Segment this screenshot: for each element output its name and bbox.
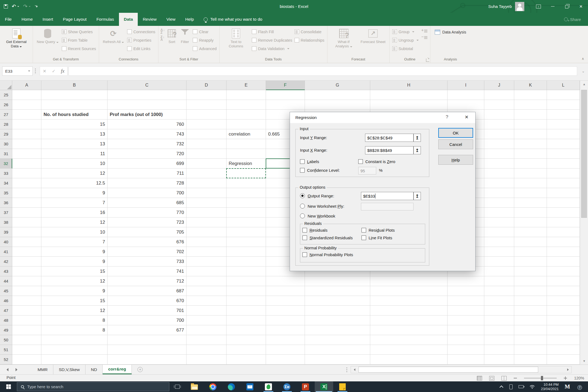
cell-D30[interactable] — [186, 139, 226, 149]
cell-D25[interactable] — [186, 90, 226, 100]
cell-G51[interactable] — [305, 345, 370, 355]
cell-B45[interactable]: 9 — [41, 286, 108, 296]
cell-E45[interactable] — [226, 286, 266, 296]
normal-view-icon[interactable] — [477, 376, 482, 381]
zoom-slider[interactable] — [524, 378, 557, 378]
cell-J30[interactable] — [484, 139, 514, 149]
row-header-42[interactable]: 42 — [0, 257, 12, 267]
cell-H45[interactable] — [370, 286, 448, 296]
cell-K34[interactable] — [514, 178, 547, 188]
outline-dialog-launcher[interactable] — [426, 59, 429, 62]
formula-input[interactable] — [69, 66, 577, 76]
cell-C40[interactable]: 676 — [108, 237, 186, 247]
cell-J45[interactable] — [484, 286, 514, 296]
cell-C44[interactable]: 712 — [108, 276, 186, 286]
cell-E47[interactable] — [226, 306, 266, 316]
cell-J40[interactable] — [484, 237, 514, 247]
tab-review[interactable]: Review — [138, 13, 161, 26]
cell-E40[interactable] — [226, 237, 266, 247]
cell-E29[interactable]: correlation — [226, 129, 266, 139]
cell-J50[interactable] — [484, 335, 514, 345]
column-header-J[interactable]: J — [484, 81, 514, 90]
cell-C36[interactable]: 685 — [108, 198, 186, 208]
cell-B26[interactable] — [41, 100, 108, 110]
minimize-button[interactable] — [546, 0, 560, 13]
cell-B48[interactable]: 8 — [41, 316, 108, 325]
cell-C30[interactable]: 732 — [108, 139, 186, 149]
cell-B41[interactable]: 9 — [41, 247, 108, 257]
cell-K32[interactable] — [514, 159, 547, 169]
cell-F46[interactable] — [266, 296, 305, 306]
cell-D28[interactable] — [186, 120, 226, 129]
cell-L49[interactable] — [547, 325, 580, 335]
cell-K45[interactable] — [514, 286, 547, 296]
cell-F50[interactable] — [266, 335, 305, 345]
cell-E32[interactable]: Regression — [226, 159, 266, 169]
cell-D44[interactable] — [186, 276, 226, 286]
cell-K40[interactable] — [514, 237, 547, 247]
sheet-tab-correg[interactable]: corr&reg — [103, 365, 131, 374]
cell-L41[interactable] — [547, 247, 580, 257]
normal-probability-checkbox[interactable] — [302, 252, 307, 257]
formula-bar-drag-handle[interactable] — [35, 68, 36, 74]
cell-E37[interactable] — [226, 208, 266, 218]
cell-D51[interactable] — [186, 345, 226, 355]
cell-G47[interactable] — [305, 306, 370, 316]
cell-D46[interactable] — [186, 296, 226, 306]
row-header-28[interactable]: 28 — [0, 120, 12, 129]
cell-E51[interactable] — [226, 345, 266, 355]
cell-E33[interactable] — [226, 169, 266, 178]
cell-J34[interactable] — [484, 178, 514, 188]
cell-I50[interactable] — [448, 335, 484, 345]
cell-L31[interactable] — [547, 149, 580, 159]
cell-B50[interactable] — [41, 335, 108, 345]
cell-I44[interactable] — [448, 276, 484, 286]
row-header-41[interactable]: 41 — [0, 247, 12, 257]
cell-B32[interactable]: 10 — [41, 159, 108, 169]
cell-B38[interactable]: 12 — [41, 218, 108, 227]
cell-D34[interactable] — [186, 178, 226, 188]
close-button[interactable]: ✕ — [574, 0, 588, 13]
cell-J37[interactable] — [484, 208, 514, 218]
notification-center-button[interactable]: 7 — [576, 383, 584, 390]
cell-A52[interactable] — [12, 355, 41, 365]
page-layout-view-icon[interactable] — [489, 376, 494, 381]
taskbar-sticky-notes[interactable] — [333, 381, 352, 392]
cell-L42[interactable] — [547, 257, 580, 267]
cell-L38[interactable] — [547, 218, 580, 227]
new-worksheet-radio[interactable] — [300, 204, 305, 209]
cell-E43[interactable] — [226, 267, 266, 276]
help-button[interactable]: Help — [438, 155, 473, 165]
cell-D29[interactable] — [186, 129, 226, 139]
cell-D37[interactable] — [186, 208, 226, 218]
cell-H50[interactable] — [370, 335, 448, 345]
cell-F49[interactable] — [266, 325, 305, 335]
cell-K39[interactable] — [514, 227, 547, 237]
horizontal-scrollbar-thumb[interactable] — [359, 367, 538, 373]
cell-C34[interactable]: 728 — [108, 178, 186, 188]
cell-A46[interactable] — [12, 296, 41, 306]
vertical-scrollbar[interactable]: ▲ ▼ — [580, 81, 588, 365]
cell-B49[interactable]: 8 — [41, 325, 108, 335]
cell-J25[interactable] — [484, 90, 514, 100]
cell-K44[interactable] — [514, 276, 547, 286]
cell-A31[interactable] — [12, 149, 41, 159]
cell-L29[interactable] — [547, 129, 580, 139]
cell-K35[interactable] — [514, 188, 547, 198]
cell-D48[interactable] — [186, 316, 226, 325]
cell-E30[interactable] — [226, 139, 266, 149]
cell-B28[interactable]: 15 — [41, 120, 108, 129]
cell-A42[interactable] — [12, 257, 41, 267]
column-header-E[interactable]: E — [226, 81, 266, 90]
cell-J28[interactable] — [484, 120, 514, 129]
cell-L33[interactable] — [547, 169, 580, 178]
start-button[interactable] — [0, 381, 17, 392]
tab-scroll-divider[interactable] — [346, 367, 347, 372]
row-header-29[interactable]: 29 — [0, 129, 12, 139]
cell-B44[interactable]: 12 — [41, 276, 108, 286]
row-header-25[interactable]: 25 — [0, 90, 12, 100]
column-header-H[interactable]: H — [370, 81, 448, 90]
cell-E46[interactable] — [226, 296, 266, 306]
cell-A51[interactable] — [12, 345, 41, 355]
cell-A39[interactable] — [12, 227, 41, 237]
